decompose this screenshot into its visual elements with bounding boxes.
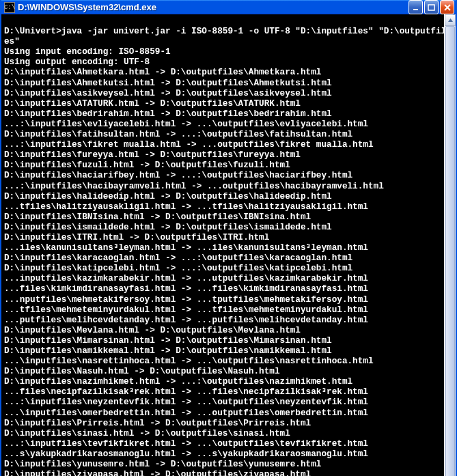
terminal-line: ...s\yakupkadrikaraosmanoglu.html -> ...… [4, 449, 444, 459]
terminal-line: D:\inputfiles\bedrirahim.html -> D:\outp… [4, 109, 444, 119]
terminal-line: D:\inputfiles\ismaildede.html -> D:\outp… [4, 222, 444, 232]
scroll-up-button[interactable] [445, 14, 456, 26]
terminal-line: D:\inputfiles\asikveysel.html -> D:\outp… [4, 88, 444, 98]
terminal-line: ...inputfiles\kazimkarabekir.html -> ...… [4, 273, 444, 283]
scroll-track[interactable] [445, 26, 456, 476]
terminal-line: es" [4, 36, 444, 46]
terminal-line: D:\inputfiles\Mimarsinan.html -> D:\outp… [4, 335, 444, 346]
terminal-line: ...files\kimkimdiranasayfasi.html -> ...… [4, 283, 444, 294]
window-title: D:\WINDOWS\System32\cmd.exe [18, 2, 408, 12]
terminal-line: D:\inputfiles\fuzuli.html -> D:\outputfi… [4, 160, 444, 170]
terminal-line: D:\inputfiles\karacaoglan.html -> ...:\o… [4, 253, 444, 263]
terminal-line: ...tfiles\halitziyausakligil.html -> ...… [4, 201, 444, 212]
cmd-icon: C:\ [4, 2, 15, 13]
terminal-line: D:\Univert>java -jar univert.jar -i ISO-… [4, 26, 444, 36]
terminal-line: ...tfiles\mehmeteminyurdakul.html -> ...… [4, 305, 444, 315]
terminal-line: ...:\inputfiles\hacibayramveli.html -> .… [4, 181, 444, 191]
terminal-line: D:\inputfiles\Ahmetkutsi.html -> D:\outp… [4, 78, 444, 88]
terminal-line: D:\inputfiles\haciarifbey.html -> ...:\o… [4, 170, 444, 180]
terminal-line: D:\inputfiles\ITRI.html -> D:\outputfile… [4, 232, 444, 242]
terminal-line: D:\inputfiles\ATATURK.html -> D:\outputf… [4, 98, 444, 109]
terminal-line: ...:\inputfiles\evliyacelebi.html -> ...… [4, 119, 444, 129]
terminal-line: ...putfiles\melihcevdetanday.html -> ...… [4, 315, 444, 325]
terminal-line: D:\inputfiles\halideedip.html -> D:\outp… [4, 191, 444, 201]
terminal-line: D:\inputfiles\ziyapasa.html -> D:\output… [4, 469, 444, 476]
vertical-scrollbar[interactable] [444, 14, 456, 476]
terminal-line: ...\inputfiles\nasrettinhoca.html -> ...… [4, 356, 444, 366]
terminal-line: ...\inputfiles\omerbedrettin.html -> ...… [4, 408, 444, 418]
cmd-window: C:\ D:\WINDOWS\System32\cmd.exe D:\Unive… [0, 0, 457, 476]
terminal-line: Using output encoding: UTF-8 [4, 57, 444, 67]
terminal-line: D:\inputfiles\fatihsultan.html -> ...:\o… [4, 129, 444, 139]
close-button[interactable] [440, 0, 454, 14]
titlebar[interactable]: C:\ D:\WINDOWS\System32\cmd.exe [1, 0, 456, 14]
terminal-line: D:\inputfiles\fureyya.html -> D:\outputf… [4, 150, 444, 160]
terminal-line [4, 16, 444, 26]
scroll-thumb[interactable] [445, 26, 455, 476]
terminal-line: ...nputfiles\mehmetakifersoy.html -> ...… [4, 294, 444, 305]
terminal-line: ...iles\kanunisultans³leyman.html -> ...… [4, 242, 444, 253]
terminal-line: D:\inputfiles\Mevlana.html -> D:\outputf… [4, 325, 444, 335]
window-controls [408, 0, 454, 14]
terminal-output[interactable]: D:\Univert>java -jar univert.jar -i ISO-… [1, 14, 444, 476]
terminal-line: D:\inputfiles\nazimhikmet.html -> ...:\o… [4, 376, 444, 387]
terminal-line: D:\inputfiles\katipcelebi.html -> ...:\o… [4, 263, 444, 273]
terminal-line: D:\inputfiles\Ahmetkara.html -> D:\outpu… [4, 67, 444, 77]
svg-rect-1 [428, 5, 434, 10]
minimize-button[interactable] [408, 0, 423, 14]
terminal-line: D:\inputfiles\namikkemal.html -> D:\outp… [4, 346, 444, 356]
terminal-line: ...:\inputfiles\tevfikfikret.html -> ...… [4, 438, 444, 449]
terminal-line: D:\inputfiles\yunusemre.html -> D:\outpu… [4, 459, 444, 469]
terminal-line: ...:\inputfiles\fikret mualla.html -> ..… [4, 139, 444, 150]
terminal-line: Using input encoding: ISO-8859-1 [4, 46, 444, 57]
maximize-button[interactable] [424, 0, 439, 14]
terminal-line: D:\inputfiles\Prirreis.html -> D:\output… [4, 418, 444, 428]
terminal-line: D:\inputfiles\IBNIsina.html -> D:\output… [4, 212, 444, 222]
svg-rect-0 [413, 9, 418, 10]
terminal-line: ...:\inputfiles\neyzentevfik.html -> ...… [4, 397, 444, 407]
terminal-line: ...files\necipfazilkisak³rek.html -> ...… [4, 387, 444, 397]
content-area: D:\Univert>java -jar univert.jar -i ISO-… [1, 14, 456, 476]
terminal-line: D:\inputfiles\sinasi.html -> D:\outputfi… [4, 428, 444, 438]
terminal-line: D:\inputfiles\Nasuh.html -> D:\outputfil… [4, 366, 444, 376]
